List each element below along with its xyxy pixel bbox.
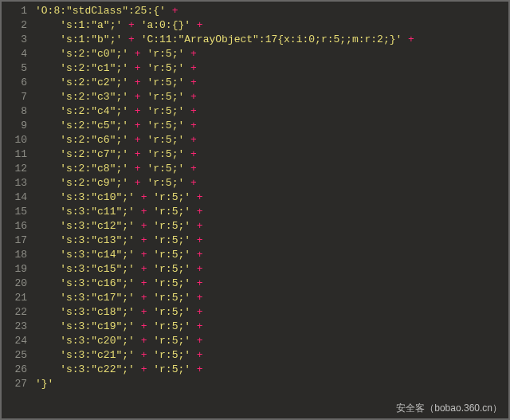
concat-operator: + xyxy=(128,48,147,60)
line-number: 10 xyxy=(2,133,35,147)
code-line: 2 's:1:"a";' + 'a:0:{}' + xyxy=(2,18,508,33)
line-number: 23 xyxy=(2,320,35,334)
concat-operator: + xyxy=(128,177,147,189)
string-literal: 'r:5;' xyxy=(153,306,190,318)
code-content: 's:2:"c3";' + 'r:5;' + xyxy=(35,90,508,104)
string-literal: 's:1:"b";' xyxy=(60,33,122,45)
concat-operator: + xyxy=(122,33,140,45)
line-number: 15 xyxy=(2,205,35,219)
concat-operator: + xyxy=(190,19,209,31)
concat-operator: + xyxy=(135,335,153,347)
code-content: 's:2:"c6";' + 'r:5;' + xyxy=(35,133,508,147)
string-literal: 's:3:"c15";' xyxy=(60,263,135,275)
code-content: 'O:8:"stdClass":25:{' + xyxy=(35,4,508,18)
line-number: 16 xyxy=(2,219,35,234)
concat-operator: + xyxy=(184,134,202,146)
string-literal: 's:3:"c17";' xyxy=(60,292,135,304)
concat-operator: + xyxy=(402,33,420,45)
code-line: 7 's:2:"c3";' + 'r:5;' + xyxy=(2,90,508,104)
line-number: 14 xyxy=(2,190,35,205)
concat-operator: + xyxy=(135,234,153,246)
code-line: 8 's:2:"c4";' + 'r:5;' + xyxy=(2,104,508,119)
string-literal: 'r:5;' xyxy=(153,292,190,304)
concat-operator: + xyxy=(128,134,147,146)
line-number: 27 xyxy=(2,377,35,391)
string-literal: 's:3:"c11";' xyxy=(60,206,135,218)
line-number: 25 xyxy=(2,348,35,363)
line-number: 3 xyxy=(2,33,35,47)
string-literal: 's:3:"c13";' xyxy=(60,234,135,246)
code-content: 's:3:"c20";' + 'r:5;' + xyxy=(35,334,508,348)
code-content: 's:3:"c19";' + 'r:5;' + xyxy=(35,320,508,334)
concat-operator: + xyxy=(190,249,209,261)
line-number: 22 xyxy=(2,305,35,320)
concat-operator: + xyxy=(190,363,209,375)
string-literal: 's:2:"c6";' xyxy=(60,134,128,146)
concat-operator: + xyxy=(128,105,147,117)
string-literal: 'r:5;' xyxy=(147,48,184,60)
concat-operator: + xyxy=(184,148,202,160)
string-literal: 'r:5;' xyxy=(147,163,184,175)
line-number: 11 xyxy=(2,147,35,162)
line-number: 13 xyxy=(2,176,35,190)
code-line: 22 's:3:"c18";' + 'r:5;' + xyxy=(2,305,508,320)
string-literal: 'C:11:"ArrayObject":17{x:i:0;r:5;;m:r:2;… xyxy=(141,33,402,45)
string-literal: 's:2:"c1";' xyxy=(60,62,128,74)
line-number: 2 xyxy=(2,18,35,33)
concat-operator: + xyxy=(184,91,202,103)
code-content: 's:3:"c22";' + 'r:5;' + xyxy=(35,363,508,377)
concat-operator: + xyxy=(128,62,147,74)
string-literal: 'a:0:{}' xyxy=(141,19,190,31)
string-literal: 'r:5;' xyxy=(147,105,184,117)
code-body: 1'O:8:"stdClass":25:{' + 2 's:1:"a";' + … xyxy=(2,4,508,391)
line-number: 26 xyxy=(2,363,35,377)
string-literal: 'r:5;' xyxy=(153,220,190,232)
code-line: 16 's:3:"c12";' + 'r:5;' + xyxy=(2,219,508,234)
string-literal: 's:3:"c16";' xyxy=(60,277,135,289)
concat-operator: + xyxy=(190,335,209,347)
string-literal: 'O:8:"stdClass":25:{' xyxy=(35,5,166,17)
string-literal: '}' xyxy=(35,378,53,390)
concat-operator: + xyxy=(128,77,147,88)
string-literal: 's:3:"c21";' xyxy=(60,349,135,361)
concat-operator: + xyxy=(190,349,209,361)
line-number: 18 xyxy=(2,248,35,262)
concat-operator: + xyxy=(135,306,153,318)
code-content: 's:3:"c14";' + 'r:5;' + xyxy=(35,248,508,262)
string-literal: 'r:5;' xyxy=(153,277,190,289)
line-number: 21 xyxy=(2,291,35,305)
concat-operator: + xyxy=(135,277,153,289)
concat-operator: + xyxy=(190,306,209,318)
concat-operator: + xyxy=(135,349,153,361)
concat-operator: + xyxy=(190,234,209,246)
string-literal: 's:2:"c9";' xyxy=(60,177,128,189)
code-line: 18 's:3:"c14";' + 'r:5;' + xyxy=(2,248,508,262)
concat-operator: + xyxy=(135,320,153,332)
code-line: 9 's:2:"c5";' + 'r:5;' + xyxy=(2,119,508,133)
string-literal: 's:2:"c0";' xyxy=(60,48,128,60)
code-line: 12 's:2:"c8";' + 'r:5;' + xyxy=(2,162,508,176)
concat-operator: + xyxy=(122,19,140,31)
code-line: 27'}' xyxy=(2,377,508,391)
concat-operator: + xyxy=(184,163,202,175)
concat-operator: + xyxy=(135,292,153,304)
line-number: 12 xyxy=(2,162,35,176)
code-content: 's:3:"c10";' + 'r:5;' + xyxy=(35,190,508,205)
string-literal: 'r:5;' xyxy=(147,148,184,160)
string-literal: 'r:5;' xyxy=(153,349,190,361)
code-line: 23 's:3:"c19";' + 'r:5;' + xyxy=(2,320,508,334)
string-literal: 's:3:"c14";' xyxy=(60,249,135,261)
string-literal: 'r:5;' xyxy=(147,62,184,74)
string-literal: 'r:5;' xyxy=(147,177,184,189)
concat-operator: + xyxy=(190,292,209,304)
line-number: 20 xyxy=(2,277,35,291)
code-content: 's:2:"c9";' + 'r:5;' + xyxy=(35,176,508,190)
concat-operator: + xyxy=(135,206,153,218)
concat-operator: + xyxy=(128,148,147,160)
code-content: 's:2:"c1";' + 'r:5;' + xyxy=(35,61,508,76)
code-content: 's:2:"c8";' + 'r:5;' + xyxy=(35,162,508,176)
code-content: 's:2:"c2";' + 'r:5;' + xyxy=(35,76,508,90)
concat-operator: + xyxy=(135,191,153,203)
concat-operator: + xyxy=(190,263,209,275)
string-literal: 'r:5;' xyxy=(153,191,190,203)
